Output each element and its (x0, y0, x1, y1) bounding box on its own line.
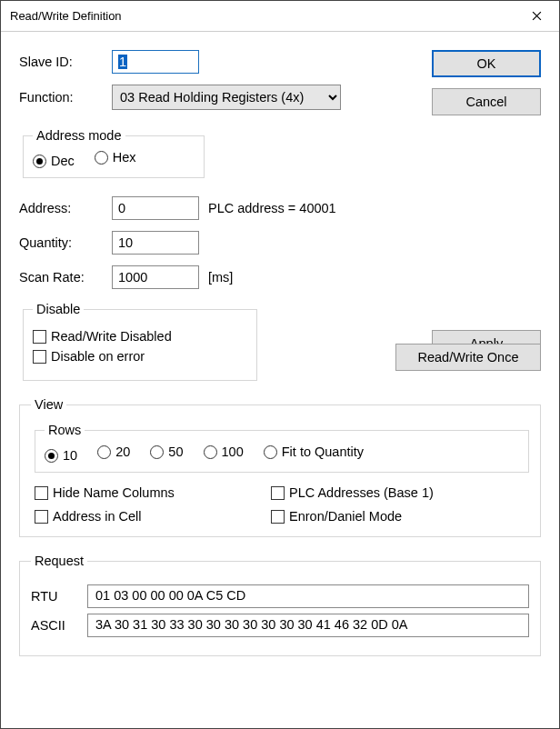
plc-address-text: PLC address = 40001 (208, 201, 336, 215)
slave-id-label: Slave ID: (19, 55, 112, 69)
function-select[interactable]: 03 Read Holding Registers (4x) (112, 85, 341, 110)
check-hide-name[interactable]: Hide Name Columns (35, 485, 255, 500)
function-label: Function: (19, 90, 112, 105)
radio-icon (33, 155, 46, 168)
rows-legend: Rows (45, 423, 85, 437)
slave-id-value: 1 (118, 55, 127, 69)
quantity-label: Quantity: (19, 235, 112, 250)
address-input[interactable] (112, 196, 199, 220)
radio-icon (45, 449, 58, 463)
radio-dec-label: Dec (51, 154, 75, 168)
checkbox-icon (271, 510, 285, 524)
slave-id-input[interactable]: 1 (112, 50, 199, 74)
checkbox-icon (33, 350, 46, 364)
request-legend: Request (31, 554, 87, 568)
radio-icon (95, 151, 108, 165)
radio-rows-50[interactable]: 50 (150, 444, 183, 459)
radio-icon (97, 445, 111, 459)
address-mode-group: Address mode Dec Hex (23, 128, 205, 178)
radio-icon (150, 445, 164, 459)
close-button[interactable] (515, 3, 557, 30)
disable-on-error-label: Disable on error (51, 349, 145, 364)
rtu-label: RTU (31, 589, 75, 604)
check-enron[interactable]: Enron/Daniel Mode (271, 509, 513, 524)
view-legend: View (31, 397, 66, 412)
checkbox-icon (271, 486, 285, 500)
disable-group: Disable Read/Write Disabled Disable on e… (23, 302, 257, 381)
read-write-once-button[interactable]: Read/Write Once (395, 344, 541, 371)
radio-icon (204, 445, 217, 459)
radio-hex-label: Hex (113, 150, 136, 165)
address-mode-legend: Address mode (33, 128, 125, 143)
checkbox-icon (35, 486, 48, 500)
radio-icon (264, 445, 277, 459)
radio-hex[interactable]: Hex (95, 150, 136, 165)
ms-label: [ms] (208, 270, 233, 285)
rtu-value: 01 03 00 00 00 0A C5 CD (87, 584, 529, 608)
window-title: Read/Write Definition (10, 9, 122, 23)
view-group: View Rows 10 20 50 100 (19, 397, 541, 537)
check-disable-on-error[interactable]: Disable on error (33, 349, 247, 364)
address-label: Address: (19, 201, 112, 215)
titlebar: Read/Write Definition (1, 1, 559, 32)
request-group: Request RTU 01 03 00 00 00 0A C5 CD ASCI… (19, 554, 541, 656)
disable-legend: Disable (33, 302, 84, 316)
rw-disabled-label: Read/Write Disabled (51, 329, 172, 344)
scan-rate-label: Scan Rate: (19, 270, 112, 285)
ok-button[interactable]: OK (432, 50, 541, 77)
radio-rows-20[interactable]: 20 (97, 444, 130, 459)
radio-rows-100[interactable]: 100 (204, 444, 244, 459)
check-addr-in-cell[interactable]: Address in Cell (35, 509, 255, 524)
check-plc-base1[interactable]: PLC Addresses (Base 1) (271, 485, 513, 500)
radio-rows-fit[interactable]: Fit to Quantity (264, 444, 364, 459)
check-rw-disabled[interactable]: Read/Write Disabled (33, 329, 247, 344)
close-icon (532, 11, 542, 21)
quantity-input[interactable] (112, 231, 199, 255)
radio-dec[interactable]: Dec (33, 154, 75, 168)
cancel-button[interactable]: Cancel (432, 88, 541, 115)
ascii-value: 3A 30 31 30 33 30 30 30 30 30 30 30 41 4… (87, 614, 529, 637)
radio-rows-10[interactable]: 10 (45, 448, 77, 463)
scan-rate-input[interactable] (112, 265, 199, 289)
rows-group: Rows 10 20 50 100 (35, 423, 529, 473)
checkbox-icon (33, 330, 46, 344)
dialog-window: Read/Write Definition Slave ID: 1 OK Fun… (0, 0, 560, 729)
ascii-label: ASCII (31, 618, 75, 633)
checkbox-icon (35, 510, 48, 524)
client-area: Slave ID: 1 OK Function: 03 Read Holding… (1, 32, 559, 728)
